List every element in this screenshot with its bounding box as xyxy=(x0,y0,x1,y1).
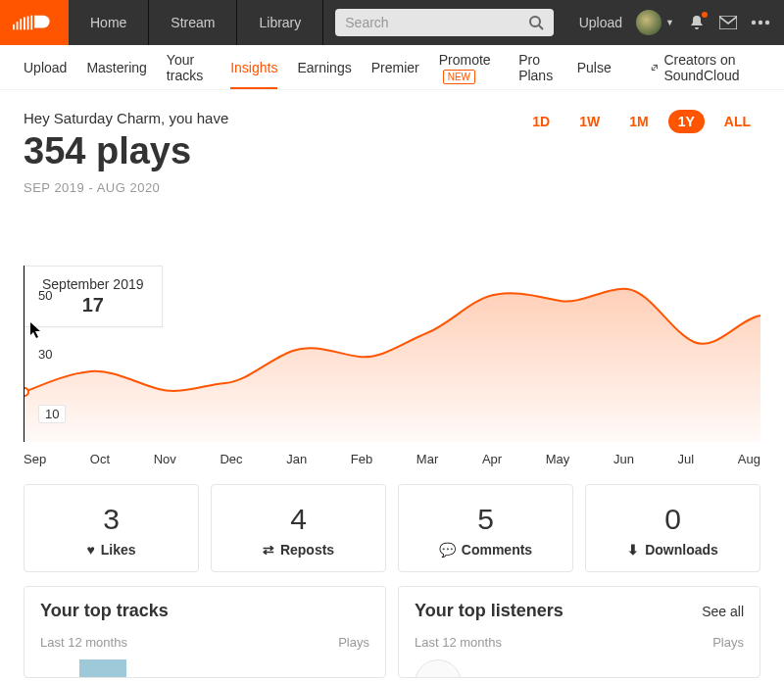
subnav-upload[interactable]: Upload xyxy=(24,46,67,89)
soundcloud-icon xyxy=(13,12,56,33)
repost-icon: ⇄ xyxy=(263,542,274,558)
stat-row: 3 ♥Likes 4 ⇄Reposts 5 💬Comments 0 ⬇Downl… xyxy=(24,484,760,572)
upload-link[interactable]: Upload xyxy=(579,15,622,30)
panel-listeners-title: Your top listeners xyxy=(415,601,564,621)
user-menu[interactable]: ▼ xyxy=(636,10,674,35)
svg-rect-3 xyxy=(24,18,25,30)
stat-reposts[interactable]: 4 ⇄Reposts xyxy=(211,484,386,572)
xtick: May xyxy=(546,452,570,466)
messages-button[interactable] xyxy=(719,16,737,29)
xtick: Nov xyxy=(154,452,176,466)
chart-area[interactable]: 50 30 10 xyxy=(24,266,760,442)
stat-downloads-label: Downloads xyxy=(645,542,718,558)
search-box[interactable] xyxy=(335,9,553,36)
soundcloud-logo[interactable] xyxy=(0,0,69,45)
nav-library[interactable]: Library xyxy=(237,0,323,45)
subnav-insights[interactable]: Insights xyxy=(230,46,277,89)
stat-likes-num: 3 xyxy=(24,503,198,536)
xtick: Jul xyxy=(678,452,695,466)
date-range: SEP 2019 - AUG 2020 xyxy=(24,180,228,195)
ytick-10-box: 10 xyxy=(38,405,66,423)
sub-nav: Upload Mastering Your tracks Insights Ea… xyxy=(0,45,784,90)
chevron-down-icon: ▼ xyxy=(665,18,674,27)
stat-downloads-num: 0 xyxy=(586,503,760,536)
listener-avatar[interactable] xyxy=(415,659,462,677)
panel-top-tracks: Your top tracks Last 12 months Plays xyxy=(24,586,386,678)
xtick: Jan xyxy=(286,452,307,466)
x-axis: Sep Oct Nov Dec Jan Feb Mar Apr May Jun … xyxy=(24,452,760,466)
subnav-creators-label: Creators on SoundCloud xyxy=(663,52,760,83)
subnav-pulse[interactable]: Pulse xyxy=(577,46,612,89)
area-fill xyxy=(24,289,760,442)
play-count: 354 plays xyxy=(24,130,228,172)
xtick: Mar xyxy=(416,452,438,466)
external-link-icon xyxy=(651,62,659,73)
content: Hey Saturday Charm, you have 354 plays S… xyxy=(0,90,784,681)
track-thumbnail[interactable] xyxy=(79,659,126,677)
svg-rect-1 xyxy=(17,22,19,29)
stat-comments[interactable]: 5 💬Comments xyxy=(398,484,573,572)
xtick: Apr xyxy=(482,452,502,466)
greeting-text: Hey Saturday Charm, you have xyxy=(24,110,228,126)
plays-chart xyxy=(24,266,760,442)
search-input[interactable] xyxy=(345,15,527,30)
notifications-button[interactable] xyxy=(688,14,706,31)
svg-rect-0 xyxy=(13,24,15,30)
panel-tracks-period: Last 12 months xyxy=(40,635,127,650)
bottom-row: Your top tracks Last 12 months Plays You… xyxy=(24,586,760,678)
panel-tracks-plays-col: Plays xyxy=(338,635,369,650)
mail-icon xyxy=(719,16,737,29)
stat-reposts-label: Reposts xyxy=(280,542,334,558)
see-all-link[interactable]: See all xyxy=(702,604,744,619)
head-row: Hey Saturday Charm, you have 354 plays S… xyxy=(24,110,760,195)
subnav-earnings[interactable]: Earnings xyxy=(297,46,351,89)
svg-rect-2 xyxy=(20,19,22,29)
listener-thumb-row xyxy=(415,659,744,677)
stat-likes[interactable]: 3 ♥Likes xyxy=(24,484,199,572)
stat-downloads[interactable]: 0 ⬇Downloads xyxy=(585,484,760,572)
subnav-creators[interactable]: Creators on SoundCloud xyxy=(651,52,760,83)
avatar xyxy=(636,10,662,35)
subnav-premier[interactable]: Premier xyxy=(371,46,419,89)
range-selector: 1D 1W 1M 1Y ALL xyxy=(522,110,760,133)
xtick: Aug xyxy=(738,452,760,466)
range-all[interactable]: ALL xyxy=(714,110,760,133)
ytick-50: 50 xyxy=(38,288,52,303)
svg-rect-4 xyxy=(27,17,29,30)
subnav-promote[interactable]: Promote NEW xyxy=(439,38,499,97)
svg-point-10 xyxy=(759,21,762,24)
comment-icon: 💬 xyxy=(439,542,456,558)
range-1w[interactable]: 1W xyxy=(569,110,610,133)
track-thumb-row xyxy=(40,659,369,677)
svg-line-7 xyxy=(539,25,543,29)
top-bar: Home Stream Library Upload ▼ xyxy=(0,0,784,45)
xtick: Oct xyxy=(90,452,110,466)
range-1d[interactable]: 1D xyxy=(522,110,560,133)
subnav-your-tracks[interactable]: Your tracks xyxy=(167,38,211,97)
panel-listeners-period: Last 12 months xyxy=(415,635,502,650)
stat-comments-num: 5 xyxy=(399,503,572,536)
range-1m[interactable]: 1M xyxy=(619,110,658,133)
panel-top-listeners: Your top listeners See all Last 12 month… xyxy=(398,586,760,678)
xtick: Feb xyxy=(351,452,372,466)
stat-comments-label: Comments xyxy=(462,542,532,558)
panel-tracks-title: Your top tracks xyxy=(40,601,169,621)
nav-home[interactable]: Home xyxy=(69,0,149,45)
search-icon xyxy=(528,15,544,30)
data-point-marker xyxy=(24,388,28,396)
panel-listeners-plays-col: Plays xyxy=(712,635,744,650)
range-1y[interactable]: 1Y xyxy=(668,110,705,133)
chart-wrap: September 2019 17 50 30 10 xyxy=(24,266,760,466)
notification-dot-icon xyxy=(702,12,708,18)
ellipsis-icon xyxy=(751,20,770,25)
svg-point-11 xyxy=(765,21,769,24)
cursor-icon xyxy=(30,322,42,341)
stat-reposts-num: 4 xyxy=(212,503,385,536)
subnav-mastering[interactable]: Mastering xyxy=(86,46,146,89)
svg-rect-5 xyxy=(30,16,32,30)
subnav-pro-plans[interactable]: Pro Plans xyxy=(518,38,558,97)
stat-likes-label: Likes xyxy=(101,542,136,558)
more-button[interactable] xyxy=(751,20,770,25)
subnav-promote-label: Promote xyxy=(439,52,491,68)
ytick-30: 30 xyxy=(38,347,52,362)
